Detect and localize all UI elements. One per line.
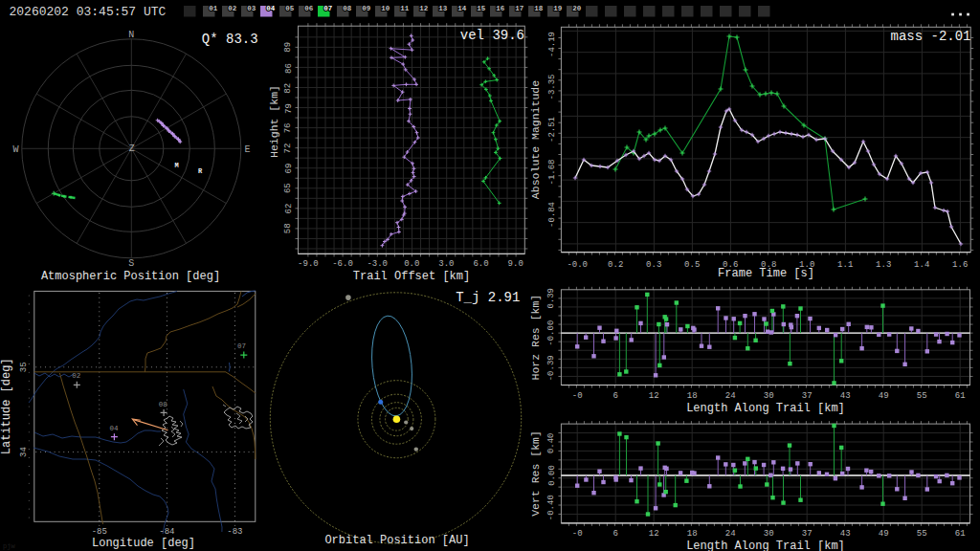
svg-text:20260202 03:45:57 UTC: 20260202 03:45:57 UTC: [10, 5, 167, 19]
svg-text:15: 15: [477, 5, 486, 12]
svg-text:Frame Time [s]: Frame Time [s]: [718, 267, 814, 280]
svg-text:Absolute Magnitude: Absolute Magnitude: [529, 80, 542, 199]
svg-text:30: 30: [764, 391, 774, 401]
svg-text:0.2: 0.2: [608, 260, 623, 270]
svg-text:61: 61: [955, 391, 966, 401]
svg-text:-0.00: -0.00: [547, 320, 557, 346]
svg-text:11: 11: [400, 5, 410, 12]
svg-text:-3.35: -3.35: [547, 74, 557, 99]
svg-text:18: 18: [534, 5, 544, 12]
svg-text:49: 49: [879, 391, 889, 401]
svg-text:0.00: 0.00: [547, 465, 557, 486]
svg-text:9.0: 9.0: [508, 259, 523, 269]
svg-text:37: 37: [802, 391, 813, 401]
svg-text:-84: -84: [159, 527, 174, 537]
svg-text:Length Along Trail [km]: Length Along Trail [km]: [686, 540, 845, 551]
svg-text:-4.19: -4.19: [547, 32, 557, 57]
svg-text:1.6: 1.6: [952, 260, 968, 270]
svg-text:0.5: 0.5: [684, 260, 700, 270]
svg-text:61: 61: [955, 529, 966, 539]
svg-text:19: 19: [553, 5, 563, 12]
svg-text:10: 10: [381, 5, 390, 12]
svg-text:02: 02: [72, 372, 80, 380]
svg-text:Trail Offset [km]: Trail Offset [km]: [353, 270, 470, 283]
svg-text:24: 24: [725, 529, 736, 539]
svg-text:08: 08: [159, 401, 167, 408]
svg-text:05: 05: [285, 5, 295, 12]
svg-text:17: 17: [515, 5, 523, 12]
svg-text:-0: -0: [572, 391, 583, 401]
svg-text:37: 37: [802, 529, 813, 539]
svg-text:0.39: 0.39: [547, 288, 557, 309]
svg-text:49: 49: [879, 529, 889, 539]
svg-text:79: 79: [284, 103, 294, 114]
svg-text:Z: Z: [129, 143, 135, 154]
svg-text:43: 43: [840, 529, 851, 539]
svg-text:vel 39.6: vel 39.6: [460, 28, 524, 43]
svg-text:pjw: pjw: [3, 542, 15, 550]
svg-text:-6.0: -6.0: [332, 259, 353, 269]
svg-text:03: 03: [247, 5, 256, 12]
svg-text:Atmospheric Position [deg]: Atmospheric Position [deg]: [41, 270, 220, 283]
svg-text:30: 30: [764, 529, 774, 539]
svg-text:1.4: 1.4: [914, 260, 929, 270]
svg-text:43: 43: [840, 391, 851, 401]
svg-text:24: 24: [725, 391, 736, 401]
svg-text:0.0: 0.0: [404, 259, 419, 269]
svg-text:mass -2.01: mass -2.01: [890, 29, 970, 44]
svg-text:-2.51: -2.51: [547, 117, 557, 143]
svg-text:58: 58: [284, 223, 294, 233]
svg-text:18: 18: [687, 391, 698, 401]
svg-text:35: 35: [19, 362, 29, 372]
svg-text:89: 89: [284, 42, 294, 53]
svg-text:3.0: 3.0: [438, 259, 454, 269]
svg-text:-0.84: -0.84: [547, 202, 557, 228]
svg-text:-0.40: -0.40: [547, 495, 557, 520]
svg-text:18: 18: [687, 529, 698, 539]
svg-text:-3.0: -3.0: [367, 259, 388, 269]
svg-text:69: 69: [284, 164, 294, 174]
svg-text:07: 07: [323, 5, 332, 12]
svg-text:-1.68: -1.68: [547, 159, 557, 185]
svg-text:34: 34: [19, 447, 29, 457]
svg-text:Orbital Position [AU]: Orbital Position [AU]: [324, 534, 469, 547]
svg-text:12: 12: [419, 5, 429, 12]
svg-text:62: 62: [284, 204, 294, 214]
svg-text:13: 13: [438, 5, 448, 12]
svg-text:72: 72: [284, 143, 294, 154]
svg-text:65: 65: [284, 183, 294, 193]
svg-text:04: 04: [109, 425, 119, 432]
svg-text:-9.0: -9.0: [298, 259, 319, 269]
svg-text:6: 6: [612, 391, 617, 401]
svg-text:Length Along Trail [km]: Length Along Trail [km]: [686, 402, 845, 415]
svg-text:6: 6: [612, 529, 617, 539]
svg-text:Q* 83.3: Q* 83.3: [202, 32, 258, 47]
svg-text:55: 55: [917, 391, 927, 401]
svg-text:20: 20: [572, 5, 582, 12]
svg-text:01: 01: [209, 5, 218, 12]
svg-text:S: S: [128, 258, 134, 269]
svg-text:Vert Res [km]: Vert Res [km]: [529, 430, 542, 517]
svg-text:W: W: [12, 144, 18, 155]
svg-text:0.40: 0.40: [547, 432, 557, 453]
svg-text:06: 06: [304, 5, 314, 12]
svg-text:14: 14: [457, 5, 467, 12]
svg-text:Height [km]: Height [km]: [268, 85, 280, 158]
svg-text:Longitude [deg]: Longitude [deg]: [92, 537, 195, 550]
svg-text:6.0: 6.0: [473, 259, 488, 269]
svg-text:76: 76: [284, 122, 294, 133]
svg-text:1.3: 1.3: [876, 260, 891, 270]
svg-text:Horz Res [km]: Horz Res [km]: [529, 295, 542, 381]
svg-text:12: 12: [649, 391, 659, 401]
svg-text:-0: -0: [572, 529, 583, 539]
svg-text:12: 12: [649, 529, 659, 539]
svg-text:T_j 2.91: T_j 2.91: [456, 290, 520, 305]
svg-text:-83: -83: [227, 527, 242, 537]
svg-text:02: 02: [228, 5, 237, 12]
svg-text:M: M: [174, 162, 178, 169]
svg-text:E: E: [244, 144, 250, 155]
svg-text:82: 82: [284, 83, 294, 94]
svg-text:04: 04: [266, 5, 276, 12]
svg-text:-0.0: -0.0: [567, 260, 588, 270]
svg-text:16: 16: [496, 5, 505, 12]
